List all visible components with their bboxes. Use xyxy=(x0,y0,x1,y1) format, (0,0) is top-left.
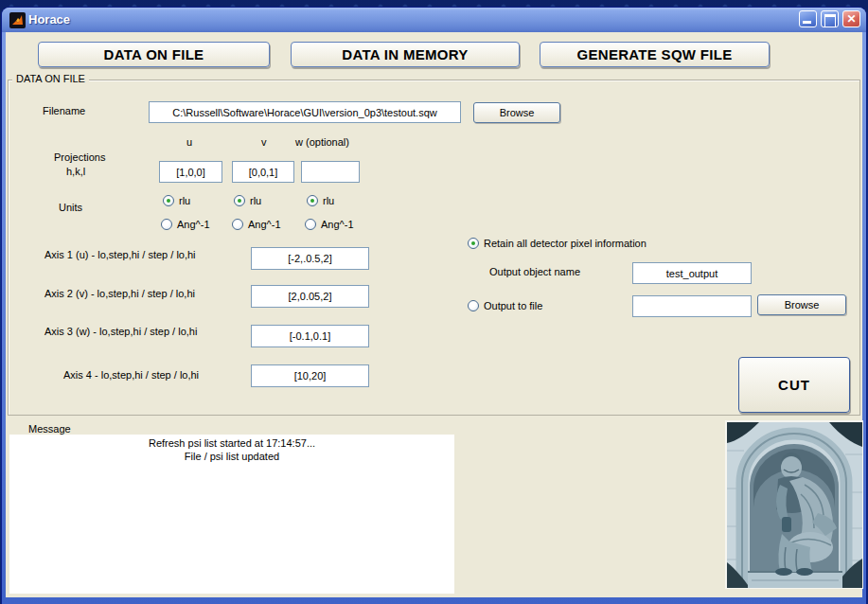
units-w-rlu-radio[interactable] xyxy=(307,195,318,206)
retain-pixel-info-radio[interactable] xyxy=(468,238,479,249)
axis1-label: Axis 1 (u) - lo,step,hi / step / lo,hi xyxy=(44,249,196,260)
output-object-name-input[interactable]: test_output xyxy=(632,262,752,284)
units-v-rlu-label: rlu xyxy=(250,195,261,206)
axis3-input[interactable]: [-0.1,0.1] xyxy=(251,325,369,347)
matlab-logo-icon xyxy=(9,12,26,28)
units-v-rlu-radio[interactable] xyxy=(234,195,245,206)
filename-input[interactable]: C:\Russell\Software\Horace\GUI\version_0… xyxy=(149,101,461,123)
message-line: File / psi list updated xyxy=(9,450,454,463)
message-line: Refresh psi list started at 17:14:57... xyxy=(9,436,454,450)
retain-pixel-info-label: Retain all detector pixel information xyxy=(484,238,647,249)
output-file-browse-button[interactable]: Browse xyxy=(757,294,846,315)
axis4-label: Axis 4 - lo,step,hi / step / lo,hi xyxy=(63,369,199,381)
output-to-file-label: Output to file xyxy=(484,300,542,311)
projection-u-input[interactable]: [1,0,0] xyxy=(159,161,222,183)
message-label: Message xyxy=(28,423,71,435)
units-u-ang-radio[interactable] xyxy=(161,219,172,230)
units-w-ang-radio[interactable] xyxy=(305,219,316,230)
units-v-ang-radio[interactable] xyxy=(232,219,243,230)
axis2-input[interactable]: [2,0.05,2] xyxy=(251,285,369,308)
client-area: DATA ON FILE DATA IN MEMORY GENERATE SQW… xyxy=(6,32,862,597)
axis3-label: Axis 3 (w) - lo,step,hi / step / lo,hi xyxy=(44,326,197,337)
horace-window: Horace ✕ DATA ON FILE DATA IN MEMORY GEN… xyxy=(2,8,866,604)
units-u-rlu-label: rlu xyxy=(179,195,190,206)
projections-hkl-label: h,k,l xyxy=(66,166,85,177)
column-u-label: u xyxy=(186,136,192,148)
units-w-ang-label: Ang^-1 xyxy=(321,219,354,230)
projection-w-input[interactable] xyxy=(301,161,360,183)
units-v-ang-label: Ang^-1 xyxy=(248,219,281,230)
generate-sqw-file-button[interactable]: GENERATE SQW FILE xyxy=(540,42,770,67)
units-u-ang-label: Ang^-1 xyxy=(177,219,210,230)
title-bar[interactable]: Horace ✕ xyxy=(2,8,866,32)
horace-image xyxy=(725,420,863,589)
minimize-icon[interactable] xyxy=(799,10,817,27)
axis2-label: Axis 2 (v) - lo,step,hi / step / lo,hi xyxy=(44,288,195,299)
filename-label: Filename xyxy=(43,105,85,116)
projection-v-input[interactable]: [0,0,1] xyxy=(232,161,294,183)
column-v-label: v xyxy=(261,136,267,148)
units-label: Units xyxy=(59,202,82,213)
data-in-memory-button[interactable]: DATA IN MEMORY xyxy=(291,42,520,67)
output-object-name-label: Output object name xyxy=(489,266,580,277)
filename-browse-button[interactable]: Browse xyxy=(473,102,560,123)
axis4-input[interactable]: [10,20] xyxy=(251,364,369,387)
data-on-file-panel: DATA ON FILE xyxy=(8,80,860,416)
units-w-rlu-label: rlu xyxy=(323,195,334,206)
data-on-file-button[interactable]: DATA ON FILE xyxy=(38,42,270,67)
message-box: Refresh psi list started at 17:14:57... … xyxy=(9,435,454,594)
output-to-file-radio[interactable] xyxy=(468,300,479,311)
window-title: Horace xyxy=(28,12,70,27)
close-icon[interactable]: ✕ xyxy=(842,10,860,27)
maximize-icon[interactable] xyxy=(821,10,839,27)
projections-label: Projections xyxy=(54,151,105,163)
output-file-input[interactable] xyxy=(632,295,752,317)
panel-title: DATA ON FILE xyxy=(12,73,89,84)
units-u-rlu-radio[interactable] xyxy=(163,195,174,206)
column-w-label: w (optional) xyxy=(295,136,349,148)
cut-button[interactable]: CUT xyxy=(738,357,850,413)
axis1-input[interactable]: [-2,.0.5,2] xyxy=(251,247,369,270)
